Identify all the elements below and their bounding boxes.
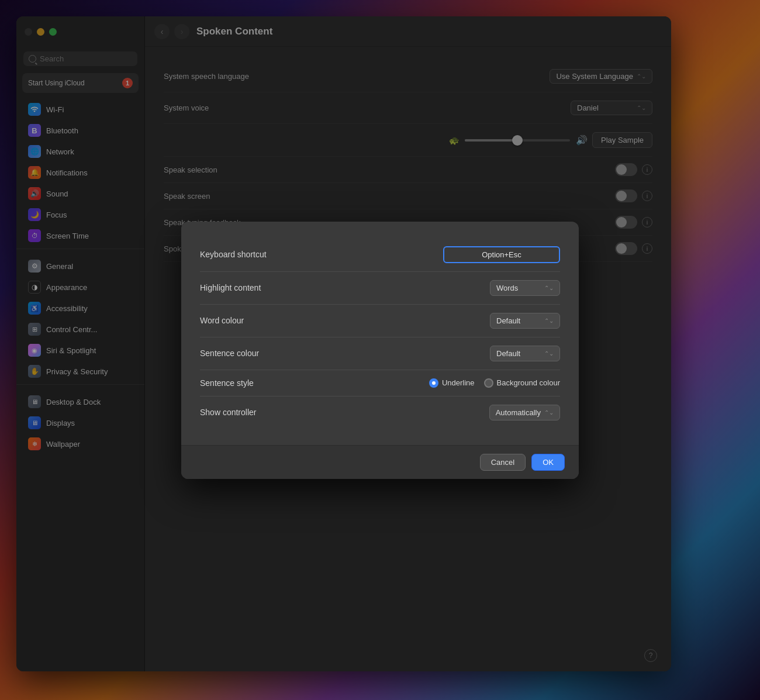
cancel-button[interactable]: Cancel <box>480 454 526 471</box>
dialog-body: Keyboard shortcut Highlight content Word… <box>181 222 579 445</box>
dialog-keyboard-shortcut-row: Keyboard shortcut <box>200 238 560 272</box>
show-controller-value: Automatically <box>496 408 541 417</box>
dialog-show-controller-row: Show controller Automatically ⌃⌄ <box>200 396 560 429</box>
highlight-content-control: Words ⌃⌄ <box>490 280 560 296</box>
keyboard-shortcut-control <box>443 246 560 263</box>
word-colour-control: Default ⌃⌄ <box>490 313 560 329</box>
highlight-content-value: Words <box>496 284 518 292</box>
show-controller-label: Show controller <box>200 408 257 417</box>
sentence-colour-value: Default <box>496 349 520 358</box>
keyboard-shortcut-input[interactable] <box>443 246 560 263</box>
radio-background-colour-label: Background colour <box>497 378 560 387</box>
dialog-footer: Cancel OK <box>181 445 579 479</box>
show-controller-dropdown[interactable]: Automatically ⌃⌄ <box>489 405 560 420</box>
highlight-content-label: Highlight content <box>200 283 261 292</box>
radio-background-colour-circle <box>484 378 493 388</box>
word-colour-value: Default <box>496 316 520 325</box>
keyboard-shortcut-label: Keyboard shortcut <box>200 250 267 259</box>
dialog-word-colour-row: Word colour Default ⌃⌄ <box>200 305 560 337</box>
radio-underline[interactable]: Underline <box>429 378 475 388</box>
show-controller-control: Automatically ⌃⌄ <box>489 405 560 420</box>
ok-button[interactable]: OK <box>531 454 565 471</box>
dialog: Keyboard shortcut Highlight content Word… <box>181 222 579 479</box>
radio-underline-circle <box>429 378 438 388</box>
word-colour-dropdown[interactable]: Default ⌃⌄ <box>490 313 560 329</box>
sentence-colour-dropdown[interactable]: Default ⌃⌄ <box>490 346 560 361</box>
modal-overlay: Keyboard shortcut Highlight content Word… <box>0 0 760 700</box>
radio-background-colour[interactable]: Background colour <box>484 378 560 388</box>
sentence-style-radio-group: Underline Background colour <box>429 378 560 388</box>
highlight-content-dropdown[interactable]: Words ⌃⌄ <box>490 280 560 296</box>
dialog-sentence-style-row: Sentence style Underline Background colo… <box>200 370 560 396</box>
chevron-down-icon: ⌃⌄ <box>544 409 554 416</box>
chevron-down-icon: ⌃⌄ <box>544 285 554 291</box>
chevron-down-icon: ⌃⌄ <box>544 350 554 357</box>
dialog-sentence-colour-row: Sentence colour Default ⌃⌄ <box>200 337 560 370</box>
sentence-colour-control: Default ⌃⌄ <box>490 346 560 361</box>
sentence-style-label: Sentence style <box>200 378 254 388</box>
chevron-down-icon: ⌃⌄ <box>544 318 554 324</box>
sentence-colour-label: Sentence colour <box>200 349 259 358</box>
word-colour-label: Word colour <box>200 316 244 325</box>
dialog-highlight-content-row: Highlight content Words ⌃⌄ <box>200 272 560 305</box>
radio-underline-label: Underline <box>442 378 475 387</box>
